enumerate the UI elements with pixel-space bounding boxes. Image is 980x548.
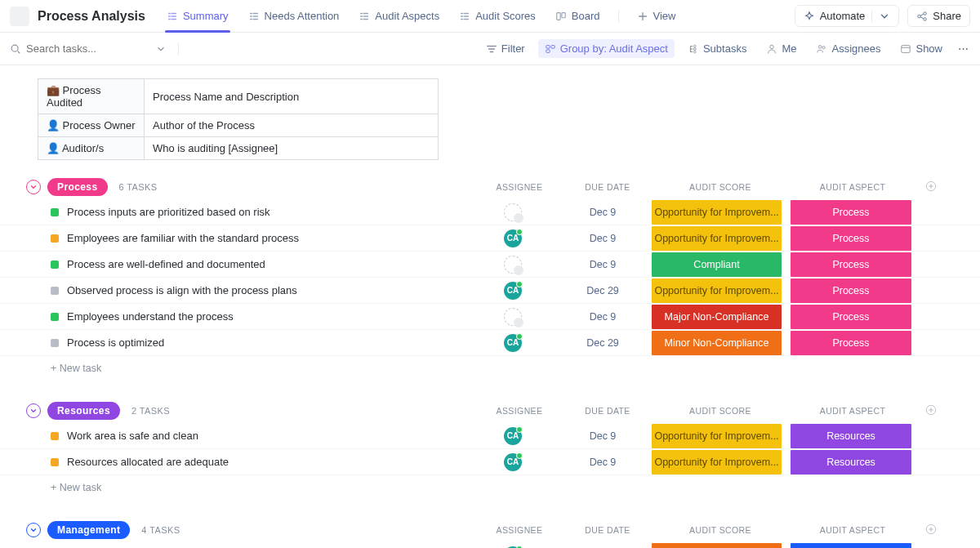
collapse-button[interactable]	[26, 180, 41, 194]
me-button[interactable]: Me	[760, 39, 803, 58]
avatar-empty[interactable]	[504, 308, 522, 326]
chevron-down-icon[interactable]	[871, 11, 890, 22]
tab-audit-aspects[interactable]: Audit Aspects	[349, 0, 449, 33]
add-column-button[interactable]	[920, 523, 942, 537]
aspect-cell[interactable]: Management	[791, 542, 911, 549]
meta-value[interactable]: Author of the Process	[145, 114, 439, 137]
avatar[interactable]: CA	[504, 282, 522, 300]
task-row[interactable]: Employees are familiar with the standard…	[0, 225, 980, 252]
add-view-button[interactable]: View	[627, 0, 686, 33]
aspect-cell[interactable]: Process	[791, 330, 911, 356]
due-date[interactable]: Dec 9	[562, 311, 644, 323]
collapse-button[interactable]	[26, 403, 41, 418]
new-task-button[interactable]: + New task	[0, 475, 980, 503]
due-date[interactable]: Dec 29	[562, 337, 644, 349]
task-title[interactable]: Resources allocated are adequate	[67, 456, 464, 468]
status-square[interactable]	[51, 261, 59, 269]
avatar-empty[interactable]	[504, 203, 522, 221]
score-cell[interactable]: Opportunity for Improvem...	[652, 199, 782, 225]
add-column-button[interactable]	[920, 404, 942, 417]
subtasks-button[interactable]: Subtasks	[681, 39, 753, 58]
avatar[interactable]: CA	[504, 334, 522, 352]
group-pill[interactable]: Resources	[47, 402, 120, 420]
col-due: DUE DATE	[567, 406, 648, 416]
app-icon[interactable]	[10, 7, 29, 26]
tab-needs-attention[interactable]: Needs Attention	[238, 0, 350, 33]
chevron-down-icon[interactable]	[155, 43, 167, 55]
tab-audit-scores[interactable]: Audit Scores	[449, 0, 546, 33]
due-date[interactable]: Dec 9	[562, 207, 644, 218]
svg-point-5	[11, 45, 18, 51]
share-button[interactable]: Share	[907, 5, 970, 27]
automate-button[interactable]: Automate	[795, 5, 900, 27]
filter-button[interactable]: Filter	[479, 39, 532, 58]
search-input[interactable]	[26, 42, 124, 55]
search-wrap[interactable]	[10, 42, 149, 55]
due-date[interactable]: Dec 9	[562, 259, 644, 270]
status-square[interactable]	[51, 458, 59, 466]
task-row[interactable]: Process inputs are prioritized based on …	[0, 199, 980, 225]
task-title[interactable]: Process inputs are prioritized based on …	[67, 206, 464, 218]
add-column-button[interactable]	[920, 180, 942, 194]
aspect-cell[interactable]: Process	[791, 252, 911, 278]
avatar[interactable]: CA	[504, 229, 522, 247]
aspect-cell[interactable]: Process	[791, 225, 911, 252]
task-title[interactable]: Process is optimized	[67, 336, 464, 349]
task-title[interactable]: Work area is safe and clean	[67, 430, 464, 442]
due-date[interactable]: Dec 29	[562, 285, 644, 296]
tab-summary[interactable]: Summary	[157, 0, 238, 33]
score-cell[interactable]: Opportunity for Improvem...	[652, 449, 782, 475]
task-title[interactable]: Employees are familiar with the standard…	[67, 232, 464, 244]
meta-value[interactable]: Who is auditing [Assignee]	[145, 137, 439, 160]
show-button[interactable]: Show	[893, 39, 949, 58]
user-icon	[766, 43, 777, 55]
task-row[interactable]: Resources allocated are adequateCADec 9O…	[0, 449, 980, 475]
score-cell[interactable]: Compliant	[652, 252, 782, 278]
avatar[interactable]: CA	[504, 427, 522, 445]
task-row[interactable]: Process are well-defined and documentedD…	[0, 252, 980, 278]
task-row[interactable]: Work area is safe and cleanCADec 9Opport…	[0, 423, 980, 449]
group-pill[interactable]: Process	[47, 178, 108, 196]
avatar-empty[interactable]	[504, 256, 522, 274]
task-row[interactable]: Employees understand the processDec 9Maj…	[0, 304, 980, 330]
svg-point-14	[823, 46, 826, 48]
status-square[interactable]	[51, 234, 59, 243]
avatar[interactable]: CA	[504, 453, 522, 471]
due-date[interactable]: Dec 9	[562, 233, 644, 244]
score-cell[interactable]: Minor Non-Compliance	[652, 330, 782, 356]
status-square[interactable]	[51, 339, 59, 347]
task-row[interactable]: Success metrics are consistent with busi…	[0, 542, 980, 548]
score-cell[interactable]: Opportunity for Improvem...	[652, 225, 782, 252]
more-menu-button[interactable]: ⋯	[956, 42, 970, 55]
status-square[interactable]	[51, 313, 59, 321]
due-date[interactable]: Dec 9	[562, 430, 644, 442]
sparkle-icon	[804, 11, 815, 22]
meta-value[interactable]: Process Name and Description	[145, 79, 439, 114]
score-cell[interactable]: Opportunity for Improvem...	[652, 423, 782, 449]
status-square[interactable]	[51, 432, 59, 440]
svg-point-12	[770, 45, 773, 48]
task-title[interactable]: Observed process is align with the proce…	[67, 284, 464, 296]
aspect-cell[interactable]: Process	[791, 278, 911, 304]
group-by-button[interactable]: Group by: Audit Aspect	[538, 39, 675, 58]
task-row[interactable]: Process is optimizedCADec 29Minor Non-Co…	[0, 330, 980, 356]
due-date[interactable]: Dec 9	[562, 457, 644, 468]
task-row[interactable]: Observed process is align with the proce…	[0, 278, 980, 304]
score-cell[interactable]: Minor Non-Compliance	[652, 542, 782, 549]
group-pill[interactable]: Management	[47, 521, 130, 539]
task-title[interactable]: Employees understand the process	[67, 310, 464, 323]
share-icon	[916, 11, 928, 22]
tab-board[interactable]: Board	[546, 0, 610, 33]
assignees-button[interactable]: Assignees	[809, 39, 887, 58]
status-square[interactable]	[51, 208, 59, 216]
status-square[interactable]	[51, 287, 59, 295]
aspect-cell[interactable]: Resources	[791, 423, 911, 449]
aspect-cell[interactable]: Process	[791, 199, 911, 225]
collapse-button[interactable]	[26, 523, 41, 537]
new-task-button[interactable]: + New task	[0, 356, 980, 384]
score-cell[interactable]: Major Non-Compliance	[652, 304, 782, 330]
aspect-cell[interactable]: Resources	[791, 449, 911, 475]
aspect-cell[interactable]: Process	[791, 304, 911, 330]
score-cell[interactable]: Opportunity for Improvem...	[652, 278, 782, 304]
task-title[interactable]: Process are well-defined and documented	[67, 258, 464, 270]
